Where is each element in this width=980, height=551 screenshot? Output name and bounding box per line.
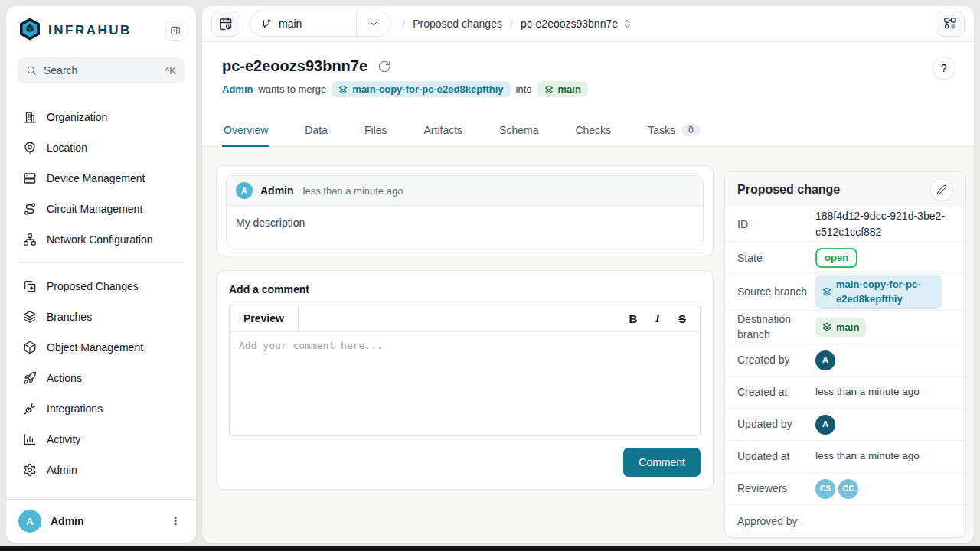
sidebar-nav-primary: Organization Location Device Management … [6,102,196,255]
proposed-change-panel-header: Proposed change [725,172,965,207]
title-section: pc-e2eoozs93bnn7e ? Admin wants to merge… [202,42,974,97]
strikethrough-button[interactable]: S [672,308,692,328]
branch-selector-toggle[interactable] [357,11,390,36]
sidebar-item-circuit-management[interactable]: Circuit Management [15,194,187,224]
sidebar-item-object-management[interactable]: Object Management [15,332,187,363]
comment-textarea[interactable] [230,332,700,432]
sidebar-item-location[interactable]: Location [15,132,187,163]
destination-branch-badge[interactable]: main [815,318,866,337]
sidebar-item-organization[interactable]: Organization [15,102,187,132]
rocket-icon [23,371,37,385]
sidebar-item-label: Object Management [47,341,143,354]
box-icon [23,341,37,354]
created-by-avatar[interactable]: A [815,350,835,370]
tab-files[interactable]: Files [363,112,389,147]
layers-icon [338,85,348,94]
updated-by-avatar[interactable]: A [815,415,835,435]
sidebar: INFRAHUB Search ^K Organization Location… [6,6,196,543]
route-icon [23,202,37,216]
id-value: 188f4d12-9dcc-921d-3be2-c512c1ccf882 [815,208,953,240]
layers-icon [544,85,554,94]
refresh-icon [377,60,391,73]
server-icon [23,171,37,185]
detail-row-id: ID 188f4d12-9dcc-921d-3be2-c512c1ccf882 [725,207,965,242]
italic-button[interactable]: I [648,308,668,328]
sidebar-user-section: A Admin [6,499,196,543]
sidebar-item-actions[interactable]: Actions [15,363,187,393]
breadcrumb-current-item[interactable]: pc-e2eoozs93bnn7e [521,18,632,30]
detail-row-state: State open [725,242,965,274]
comments-column: A Admin less than a minute ago My descri… [216,165,714,538]
comment-submit-button[interactable]: Comment [623,448,701,477]
tab-overview[interactable]: Overview [222,112,270,147]
topbar: main / Proposed changes / pc-e2eoozs93bn… [202,6,974,42]
source-branch-badge[interactable]: main-copy-for-pc-e2ed8kepfthiy [815,275,942,309]
search-input[interactable]: Search ^K [17,57,185,83]
comment-author-name: Admin [260,184,294,197]
sidebar-item-label: Organization [47,111,107,123]
refresh-button[interactable] [377,60,391,73]
breadcrumb-separator: / [510,18,513,31]
merge-into-text: into [516,83,532,95]
breadcrumb: / Proposed changes / pc-e2eoozs93bnn7e [402,18,632,31]
calendar-clock-icon [219,17,233,31]
detail-row-updated-by: Updated by A [725,409,965,441]
tab-schema[interactable]: Schema [498,112,540,147]
sidebar-item-activity[interactable]: Activity [15,424,187,455]
detail-row-source-branch: Source branch main-copy-for-pc-e2ed8kepf… [725,274,965,310]
sidebar-item-label: Device Management [47,172,145,184]
detail-row-created-by: Created by A [725,344,965,377]
location-icon [23,141,37,155]
sidebar-item-label: Circuit Management [47,203,142,215]
reviewer-avatar-cs[interactable]: CS [815,479,835,499]
state-badge: open [815,248,858,269]
sidebar-item-device-management[interactable]: Device Management [15,163,187,194]
schema-visualizer-button[interactable] [936,11,965,37]
panel-title: Proposed change [737,183,840,197]
comment-body: My description [227,206,703,246]
gear-icon [23,463,37,477]
sidebar-item-integrations[interactable]: Integrations [15,393,187,424]
layers-icon [822,322,831,331]
breadcrumb-separator: / [402,18,405,31]
search-icon [26,65,37,76]
chevron-down-icon [368,18,379,29]
tab-artifacts[interactable]: Artifacts [423,112,465,147]
reviewer-avatar-oc[interactable]: OC [838,479,858,499]
detail-row-destination-branch: Destination branch main [725,311,965,344]
proposed-change-panel: Proposed change ID 188f4d12-9dcc-921d-3b… [724,171,966,538]
chevrons-up-down-icon [622,18,632,29]
sidebar-nav-secondary: Proposed Changes Branches Object Managem… [6,271,196,485]
help-button[interactable]: ? [933,57,956,80]
destination-branch-badge[interactable]: main [537,81,588,97]
tab-checks[interactable]: Checks [573,112,612,147]
app-window: INFRAHUB Search ^K Organization Location… [0,0,980,551]
bold-button[interactable]: B [623,308,643,328]
sidebar-item-label: Branches [47,311,92,323]
tasks-count-badge: 0 [681,124,701,136]
sidebar-item-label: Activity [47,433,80,445]
sidebar-item-proposed-changes[interactable]: Proposed Changes [15,271,187,302]
tab-tasks[interactable]: Tasks 0 [646,112,701,147]
branch-selector-value[interactable]: main [250,11,356,36]
sidebar-collapse-button[interactable] [165,21,185,41]
comment-thread-card: A Admin less than a minute ago My descri… [216,165,714,256]
preview-tab[interactable]: Preview [230,305,299,331]
tab-data[interactable]: Data [303,112,329,147]
branch-selector[interactable]: main [250,11,391,37]
sidebar-item-network-configuration[interactable]: Network Configuration [15,224,187,255]
network-icon [23,233,37,246]
source-branch-badge[interactable]: main-copy-for-pc-e2ed8kepfthiy [332,81,510,97]
details-column: Proposed change ID 188f4d12-9dcc-921d-3b… [724,165,966,538]
merge-text: wants to merge [258,83,326,95]
sidebar-item-admin[interactable]: Admin [15,455,187,485]
sidebar-item-branches[interactable]: Branches [15,302,187,332]
breadcrumb-proposed-changes[interactable]: Proposed changes [413,18,502,30]
merge-author-link[interactable]: Admin [222,83,253,95]
user-menu-button[interactable] [167,513,184,530]
date-selector-button[interactable] [211,11,240,37]
edit-proposed-change-button[interactable] [930,178,953,201]
add-comment-heading: Add a comment [229,283,701,295]
kebab-menu-icon [170,516,181,527]
comment-timestamp: less than a minute ago [303,185,403,197]
